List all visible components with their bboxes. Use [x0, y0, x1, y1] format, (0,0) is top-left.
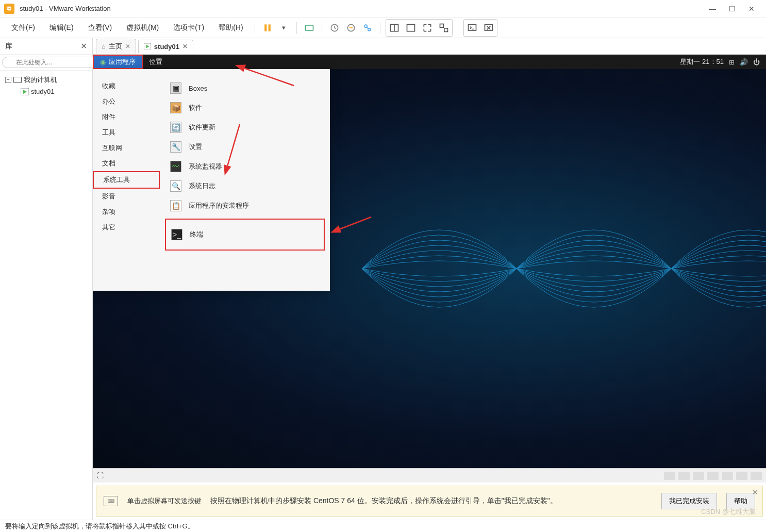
app-categories: 收藏 办公 附件 工具 互联网 文档 系统工具 影音 杂项 其它 — [93, 69, 160, 291]
tree-vm-item[interactable]: study01 — [3, 86, 89, 97]
computer-icon — [13, 77, 22, 83]
view-split-icon[interactable] — [387, 21, 402, 35]
cat-other[interactable]: 其它 — [93, 220, 160, 235]
tab-close-icon[interactable]: ✕ — [125, 43, 130, 50]
app-system-monitor[interactable]: 〰 系统监视器 — [165, 157, 325, 176]
menu-file[interactable]: 文件(F) — [5, 20, 41, 36]
snapshot-manager-icon[interactable] — [360, 21, 375, 35]
cat-system-tools[interactable]: 系统工具 — [93, 171, 160, 189]
svg-rect-10 — [440, 24, 443, 27]
menu-edit[interactable]: 编辑(E) — [43, 20, 80, 36]
snapshot-revert-icon[interactable] — [344, 21, 358, 35]
install-hint-bar: ⌨ 单击虚拟屏幕可发送按键 按照在物理计算机中的步骤安装 CentOS 7 64… — [96, 486, 763, 517]
close-button[interactable]: ✕ — [746, 4, 757, 14]
status-text: 要将输入定向到该虚拟机，请将鼠标指针移入其中或按 Ctrl+G。 — [5, 522, 194, 531]
device-icons — [664, 472, 762, 480]
send-keys-icon[interactable] — [302, 21, 317, 35]
device-icon[interactable] — [707, 472, 719, 480]
gnome-places-menu[interactable]: 位置 — [143, 55, 169, 69]
search-row: 🔍 ▾ — [0, 55, 92, 71]
cat-office[interactable]: 办公 — [93, 94, 160, 109]
pause-icon[interactable] — [260, 21, 275, 35]
menubar: 文件(F) 编辑(E) 查看(V) 虚拟机(M) 选项卡(T) 帮助(H) ▾ — [0, 18, 766, 38]
main-area: 库 ✕ 🔍 ▾ − 我的计算机 study01 ⌂ — [0, 38, 766, 520]
gnome-applications-menu[interactable]: ◉ 应用程序 — [93, 55, 143, 69]
device-icon[interactable] — [664, 472, 675, 480]
app-software[interactable]: 📦 软件 — [165, 98, 325, 118]
app-boxes[interactable]: ▣ Boxes — [165, 78, 325, 98]
content-area: ⌂ 主页 ✕ study01 ✕ ◉ 应用程序 位置 星期一 — [93, 38, 766, 520]
volume-icon[interactable]: 🔊 — [740, 58, 748, 66]
hint-close-icon[interactable]: ✕ — [752, 488, 758, 496]
view-group — [386, 19, 453, 37]
collapse-icon[interactable]: − — [5, 77, 11, 83]
monitor-icon: 〰 — [170, 161, 181, 172]
sidebar-close-icon[interactable]: ✕ — [80, 41, 87, 51]
update-icon: 🔄 — [170, 122, 181, 133]
tab-close-icon[interactable]: ✕ — [182, 43, 188, 50]
home-icon: ⌂ — [102, 43, 106, 51]
gnome-datetime[interactable]: 星期一 21：51 — [680, 57, 724, 66]
app-system-log[interactable]: 🔍 系统日志 — [165, 176, 325, 196]
menu-tabs[interactable]: 选项卡(T) — [167, 20, 210, 36]
app-installer-label: 应用程序的安装程序 — [189, 201, 249, 210]
app-settings[interactable]: 🔧 设置 — [165, 137, 325, 157]
menu-vm[interactable]: 虚拟机(M) — [120, 20, 165, 36]
app-boxes-label: Boxes — [189, 85, 207, 92]
cat-tools[interactable]: 工具 — [93, 125, 160, 140]
tree-vm-label: study01 — [31, 88, 55, 95]
fullscreen-icon[interactable] — [420, 21, 435, 35]
power-icon[interactable]: ⏻ — [753, 58, 760, 66]
view-single-icon[interactable] — [404, 21, 418, 35]
software-icon: 📦 — [170, 102, 181, 113]
snapshot-icon[interactable] — [327, 21, 342, 35]
installer-icon: 📋 — [170, 200, 181, 211]
minimize-button[interactable]: — — [707, 4, 718, 14]
vm-icon — [144, 43, 151, 49]
network-icon[interactable]: ⊞ — [729, 58, 735, 66]
app-software-update[interactable]: 🔄 软件更新 — [165, 118, 325, 137]
install-done-button[interactable]: 我已完成安装 — [661, 493, 717, 509]
separator — [458, 22, 458, 34]
cat-favorites[interactable]: 收藏 — [93, 78, 160, 94]
device-icon[interactable] — [751, 472, 762, 480]
tree-root[interactable]: − 我的计算机 — [3, 74, 89, 86]
status-bar: 要将输入定向到该虚拟机，请将鼠标指针移入其中或按 Ctrl+G。 — [0, 520, 766, 532]
cat-misc[interactable]: 杂项 — [93, 204, 160, 220]
stretch-icon[interactable] — [481, 21, 496, 35]
cat-accessories[interactable]: 附件 — [93, 109, 160, 125]
cat-multimedia[interactable]: 影音 — [93, 189, 160, 204]
settings-icon: 🔧 — [170, 141, 181, 153]
vm-screen[interactable]: ◉ 应用程序 位置 星期一 21：51 ⊞ 🔊 ⏻ — [93, 55, 766, 468]
device-icon[interactable] — [722, 472, 733, 480]
help-button[interactable]: 帮助 — [726, 493, 755, 509]
dropdown-icon[interactable]: ▾ — [277, 21, 291, 35]
applications-menu-popup: 收藏 办公 附件 工具 互联网 文档 系统工具 影音 杂项 其它 ▣ Boxes — [93, 69, 330, 291]
device-icon[interactable] — [736, 472, 747, 480]
separator — [380, 22, 380, 34]
device-icon[interactable] — [678, 472, 690, 480]
separator — [296, 22, 297, 34]
tab-home[interactable]: ⌂ 主页 ✕ — [96, 39, 136, 54]
svg-rect-1 — [268, 24, 270, 31]
expand-icon[interactable]: ⛶ — [97, 472, 104, 479]
cat-internet[interactable]: 互联网 — [93, 140, 160, 156]
vm-bottom-bar: ⛶ — [93, 468, 766, 483]
search-input[interactable] — [2, 57, 98, 68]
menu-help[interactable]: 帮助(H) — [212, 20, 249, 36]
app-installer[interactable]: 📋 应用程序的安装程序 — [165, 196, 325, 215]
sidebar: 库 ✕ 🔍 ▾ − 我的计算机 study01 — [0, 38, 93, 520]
device-icon[interactable] — [693, 472, 704, 480]
menu-view[interactable]: 查看(V) — [82, 20, 119, 36]
gnome-places-label: 位置 — [149, 57, 162, 66]
console-group — [463, 19, 497, 37]
install-hint-text: 按照在物理计算机中的步骤安装 CentOS 7 64 位。安装完成后，操作系统会… — [210, 496, 652, 506]
maximize-button[interactable]: ☐ — [727, 4, 737, 14]
console-icon[interactable] — [465, 21, 479, 35]
separator — [322, 22, 322, 34]
app-icon: ⧉ — [4, 4, 14, 14]
app-terminal[interactable]: >_ 终端 — [165, 219, 325, 251]
cat-documents[interactable]: 文档 — [93, 156, 160, 171]
unity-icon[interactable] — [437, 21, 451, 35]
tab-vm[interactable]: study01 ✕ — [138, 40, 193, 53]
